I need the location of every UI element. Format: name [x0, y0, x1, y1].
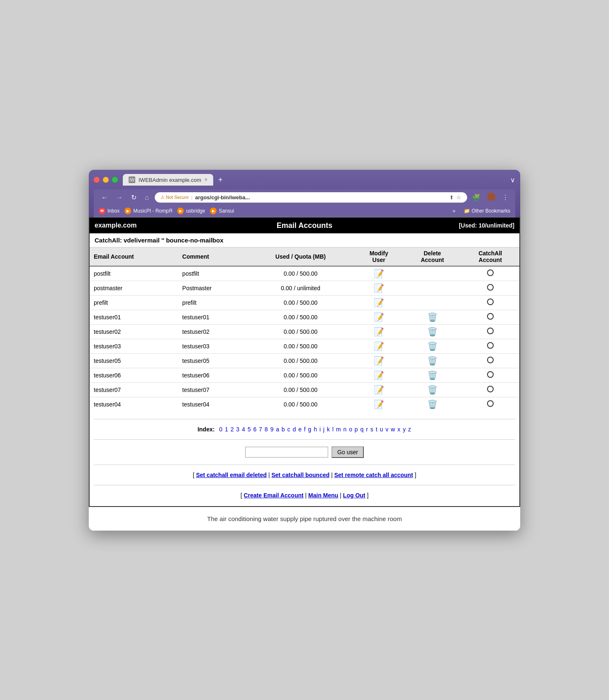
index-link-9[interactable]: 9: [270, 426, 273, 433]
index-link-h[interactable]: h: [314, 426, 317, 433]
index-link-n[interactable]: n: [343, 426, 346, 433]
set-catchall-bounced-link[interactable]: Set catchall bounced: [271, 472, 329, 478]
catchall-radio[interactable]: [487, 342, 494, 349]
modify-icon[interactable]: 📝: [374, 313, 384, 322]
catchall-radio[interactable]: [487, 357, 494, 363]
cell-modify[interactable]: 📝: [354, 281, 404, 295]
close-button[interactable]: [94, 177, 100, 183]
cell-modify[interactable]: 📝: [354, 266, 404, 281]
cell-catchall[interactable]: [461, 266, 519, 281]
catchall-radio[interactable]: [487, 269, 494, 276]
address-bar[interactable]: ⚠ Not Secure | argos/cgi-bin/iweba... ⬆ …: [155, 192, 467, 203]
index-link-o[interactable]: o: [349, 426, 352, 433]
cell-catchall[interactable]: [461, 310, 519, 324]
active-tab[interactable]: IW IWEBAdmin example.com ×: [123, 174, 213, 186]
forward-button[interactable]: →: [114, 193, 125, 202]
modify-icon[interactable]: 📝: [374, 327, 384, 336]
bookmark-musicpi[interactable]: ▶ MusicPI - RompЯ: [124, 208, 172, 214]
catchall-radio[interactable]: [487, 400, 494, 407]
logout-link[interactable]: Log Out: [343, 492, 365, 499]
new-tab-button[interactable]: +: [215, 174, 226, 186]
cell-modify[interactable]: 📝: [354, 310, 404, 324]
cell-catchall[interactable]: [461, 382, 519, 397]
cell-modify[interactable]: 📝: [354, 382, 404, 397]
home-button[interactable]: ⌂: [142, 193, 151, 202]
cell-catchall[interactable]: [461, 397, 519, 411]
index-link-t[interactable]: t: [376, 426, 378, 433]
delete-icon[interactable]: 🗑️: [427, 385, 438, 394]
cell-catchall[interactable]: [461, 281, 519, 295]
delete-icon[interactable]: 🗑️: [427, 371, 438, 380]
index-link-l[interactable]: l: [332, 426, 334, 433]
maximize-button[interactable]: [112, 177, 118, 183]
index-link-1[interactable]: 1: [225, 426, 228, 433]
index-link-4[interactable]: 4: [242, 426, 245, 433]
cell-delete[interactable]: 🗑️: [404, 324, 461, 339]
set-catchall-deleted-link[interactable]: Set catchall email deleted: [196, 472, 266, 478]
catchall-radio[interactable]: [487, 328, 494, 334]
tab-menu-button[interactable]: ∨: [510, 176, 515, 184]
catchall-radio[interactable]: [487, 313, 494, 320]
cell-catchall[interactable]: [461, 368, 519, 382]
minimize-button[interactable]: [103, 177, 109, 183]
cell-catchall[interactable]: [461, 339, 519, 353]
go-user-button[interactable]: Go user: [331, 446, 364, 458]
refresh-button[interactable]: ↻: [129, 193, 139, 202]
other-bookmarks[interactable]: 📁 Other Bookmarks: [464, 208, 510, 214]
back-button[interactable]: ←: [99, 193, 110, 202]
bookmarks-more-button[interactable]: »: [453, 208, 456, 214]
bookmark-usbridge[interactable]: ▶ usbridge: [177, 208, 205, 214]
index-link-b[interactable]: b: [282, 426, 285, 433]
modify-icon[interactable]: 📝: [374, 298, 384, 307]
create-email-link[interactable]: Create Email Account: [244, 492, 303, 499]
cell-modify[interactable]: 📝: [354, 353, 404, 368]
index-link-8[interactable]: 8: [265, 426, 268, 433]
index-link-j[interactable]: j: [323, 426, 324, 433]
index-link-6[interactable]: 6: [253, 426, 256, 433]
bookmark-inbox[interactable]: ✉ Inbox: [99, 208, 119, 214]
index-link-2[interactable]: 2: [231, 426, 234, 433]
cell-modify[interactable]: 📝: [354, 397, 404, 411]
index-link-u[interactable]: u: [380, 426, 383, 433]
index-link-7[interactable]: 7: [259, 426, 262, 433]
cell-delete[interactable]: 🗑️: [404, 397, 461, 411]
index-link-p[interactable]: p: [355, 426, 358, 433]
tab-close-button[interactable]: ×: [205, 177, 207, 183]
catchall-radio[interactable]: [487, 386, 494, 392]
index-link-5[interactable]: 5: [248, 426, 251, 433]
modify-icon[interactable]: 📝: [374, 284, 384, 293]
index-link-x[interactable]: x: [397, 426, 400, 433]
delete-icon[interactable]: 🗑️: [427, 356, 438, 365]
index-link-g[interactable]: g: [308, 426, 312, 433]
delete-icon[interactable]: 🗑️: [427, 327, 438, 336]
index-link-y[interactable]: y: [403, 426, 406, 433]
profile-button[interactable]: [485, 192, 497, 203]
index-link-v[interactable]: v: [385, 426, 388, 433]
catchall-radio[interactable]: [487, 371, 494, 378]
modify-icon[interactable]: 📝: [374, 371, 384, 380]
cell-modify[interactable]: 📝: [354, 368, 404, 382]
index-link-d[interactable]: d: [292, 426, 296, 433]
extensions-button[interactable]: 🧩: [470, 193, 482, 202]
cell-catchall[interactable]: [461, 353, 519, 368]
cell-modify[interactable]: 📝: [354, 324, 404, 339]
index-link-e[interactable]: e: [298, 426, 302, 433]
index-link-i[interactable]: i: [319, 426, 321, 433]
cell-catchall[interactable]: [461, 324, 519, 339]
go-user-input[interactable]: [245, 447, 328, 458]
index-link-0[interactable]: 0: [219, 426, 222, 433]
catchall-radio[interactable]: [487, 284, 494, 291]
cell-catchall[interactable]: [461, 295, 519, 310]
index-link-r[interactable]: r: [366, 426, 368, 433]
cell-delete[interactable]: 🗑️: [404, 353, 461, 368]
main-menu-link[interactable]: Main Menu: [308, 492, 338, 499]
cell-delete[interactable]: 🗑️: [404, 382, 461, 397]
index-link-a[interactable]: a: [276, 426, 279, 433]
index-link-f[interactable]: f: [304, 426, 306, 433]
cell-delete[interactable]: 🗑️: [404, 310, 461, 324]
index-link-3[interactable]: 3: [236, 426, 239, 433]
bookmark-sansui[interactable]: ▶ Sansui: [210, 208, 234, 214]
index-link-z[interactable]: z: [408, 426, 411, 433]
delete-icon[interactable]: 🗑️: [427, 400, 438, 409]
delete-icon[interactable]: 🗑️: [427, 342, 438, 351]
